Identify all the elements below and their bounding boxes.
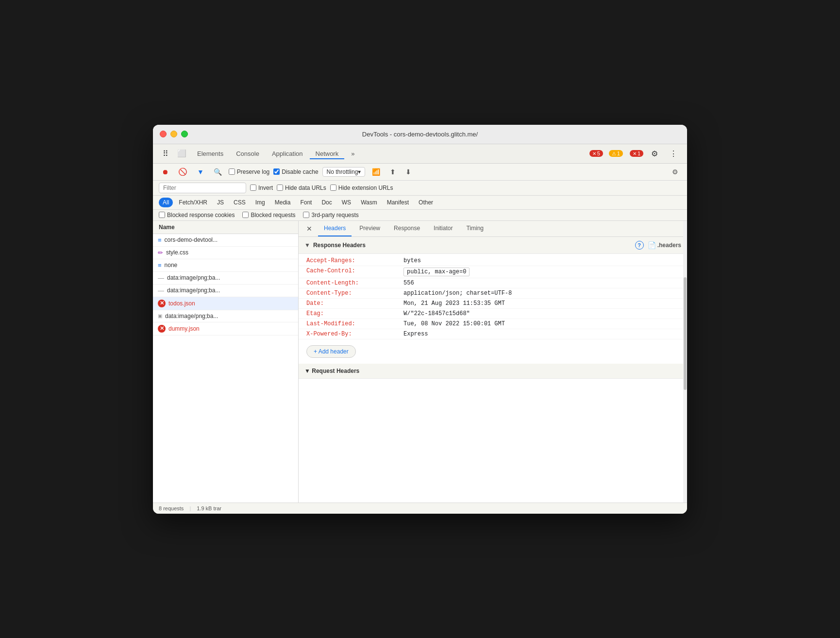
stop-recording-button[interactable]: ⏺ [159, 167, 171, 177]
file-doc-icon: 📄 [648, 241, 656, 249]
preserve-log-label[interactable]: Preserve log [229, 168, 269, 175]
blocked-requests-label[interactable]: Blocked requests [242, 212, 295, 218]
invert-checkbox[interactable] [250, 185, 256, 191]
type-filter-wasm[interactable]: Wasm [357, 198, 381, 207]
file-name: data:image/png;ba... [167, 274, 220, 281]
tab-elements[interactable]: Elements [191, 148, 229, 159]
settings-button[interactable]: ⚙ [647, 147, 662, 160]
minimize-button[interactable] [170, 131, 177, 137]
request-headers-section[interactable]: ▼ Request Headers [299, 364, 687, 379]
response-headers-section[interactable]: ▼ Response Headers ? 📄 .headers [299, 237, 687, 254]
more-options-button[interactable]: ⋮ [666, 147, 681, 160]
search-button[interactable]: 🔍 [211, 167, 225, 177]
cursor-icon: ⠿ [163, 149, 168, 158]
tab-response[interactable]: Response [388, 221, 426, 236]
blocked-requests-checkbox[interactable] [242, 212, 249, 218]
hide-data-urls-checkbox[interactable] [277, 185, 283, 191]
tab-initiator[interactable]: Initiator [428, 221, 458, 236]
disable-cache-label[interactable]: Disable cache [273, 168, 318, 175]
add-header-button[interactable]: + Add header [306, 345, 356, 358]
maximize-button[interactable] [181, 131, 188, 137]
header-value: application/json; charset=UTF-8 [403, 290, 679, 297]
error2-x-icon: ✕ [633, 151, 637, 156]
upload-icon: ⬆ [390, 168, 396, 176]
tab-network[interactable]: Network [310, 148, 345, 159]
blocked-cookies-label[interactable]: Blocked response cookies [159, 212, 235, 218]
hide-data-urls-label[interactable]: Hide data URLs [277, 185, 326, 191]
help-icon[interactable]: ? [635, 241, 644, 250]
third-party-checkbox[interactable] [303, 212, 309, 218]
third-party-label[interactable]: 3rd-party requests [303, 212, 358, 218]
list-item[interactable]: ≡ none [153, 259, 298, 272]
cursor-tool-button[interactable]: ⠿ [159, 147, 172, 160]
type-filter-other[interactable]: Other [415, 198, 437, 207]
header-row-date: Date: Mon, 21 Aug 2023 11:53:35 GMT [299, 299, 687, 309]
tab-headers[interactable]: Headers [318, 221, 352, 236]
type-filter-all[interactable]: All [159, 198, 173, 207]
type-filters: All Fetch/XHR JS CSS Img Media Font Doc … [153, 196, 687, 210]
status-divider: | [189, 505, 191, 511]
header-name: X-Powered-By: [306, 331, 403, 337]
wifi-button[interactable]: 📶 [369, 167, 383, 177]
tab-console[interactable]: Console [230, 148, 265, 159]
type-filter-ws[interactable]: WS [338, 198, 355, 207]
type-filter-img[interactable]: Img [252, 198, 269, 207]
invert-label[interactable]: Invert [250, 185, 273, 191]
header-name: Content-Length: [306, 280, 403, 286]
headers-file-link[interactable]: 📄 .headers [648, 241, 681, 249]
scrollbar-thumb[interactable] [684, 277, 687, 390]
list-item[interactable]: — data:image/png;ba... [153, 272, 298, 285]
clear-icon: 🚫 [178, 168, 187, 176]
file-name: data:image/png;ba... [167, 287, 220, 294]
list-item[interactable]: ✏ style.css [153, 247, 298, 259]
upload-button[interactable]: ⬆ [387, 167, 399, 177]
type-filter-fetch-xhr[interactable]: Fetch/XHR [175, 198, 211, 207]
header-name: Date: [306, 300, 403, 307]
clear-button[interactable]: 🚫 [175, 166, 190, 178]
type-filter-font[interactable]: Font [296, 198, 316, 207]
type-filter-manifest[interactable]: Manifest [383, 198, 413, 207]
tab-timing[interactable]: Timing [460, 221, 489, 236]
file-name: style.css [166, 249, 188, 256]
warning-badge: ⚠ 1 [609, 150, 623, 157]
list-item-todos-json[interactable]: ✕ todos.json [153, 297, 298, 310]
device-tool-button[interactable]: ⬜ [173, 147, 190, 160]
download-button[interactable]: ⬇ [403, 167, 414, 177]
style-icon: ✏ [158, 249, 163, 256]
list-item[interactable]: ▣ data:image/png;ba... [153, 310, 298, 322]
tab-application[interactable]: Application [266, 148, 309, 159]
hide-extension-urls-label[interactable]: Hide extension URLs [330, 185, 393, 191]
close-detail-button[interactable]: ✕ [302, 223, 316, 235]
hide-extension-urls-checkbox[interactable] [330, 185, 336, 191]
error-x-icon: ✕ [592, 151, 596, 156]
transfer-size: 1.9 kB trar [197, 505, 221, 511]
type-filter-css[interactable]: CSS [230, 198, 250, 207]
preserve-log-checkbox[interactable] [229, 168, 235, 175]
list-item[interactable]: — data:image/png;ba... [153, 285, 298, 297]
filter-bar: Invert Hide data URLs Hide extension URL… [153, 181, 687, 196]
network-toolbar: ⏺ 🚫 ▼ 🔍 Preserve log Disable cache No th… [153, 164, 687, 181]
type-filter-media[interactable]: Media [271, 198, 295, 207]
image-icon: — [158, 274, 164, 282]
tab-more[interactable]: » [345, 148, 360, 159]
filter-input[interactable] [159, 183, 246, 193]
image-icon: ▣ [158, 313, 162, 319]
tab-preview[interactable]: Preview [353, 221, 386, 236]
error-circle-icon: ✕ [158, 325, 166, 333]
header-name: Cache-Control: [306, 268, 403, 274]
filter-button[interactable]: ▼ [194, 167, 207, 177]
type-filter-doc[interactable]: Doc [318, 198, 336, 207]
type-filter-js[interactable]: JS [213, 198, 228, 207]
network-settings-button[interactable]: ⚙ [669, 167, 681, 177]
throttling-selector[interactable]: No throttling ▾ [322, 167, 366, 177]
disable-cache-checkbox[interactable] [273, 168, 280, 175]
list-item-dummy-json[interactable]: ✕ dummy.json [153, 322, 298, 336]
file-name: dummy.json [168, 325, 200, 332]
close-button[interactable] [160, 131, 167, 137]
blocked-cookies-checkbox[interactable] [159, 212, 165, 218]
file-name: data:image/png;ba... [165, 313, 218, 319]
list-item[interactable]: ≡ cors-demo-devtool... [153, 234, 298, 247]
file-list-header: Name [153, 221, 298, 234]
header-value: Tue, 08 Nov 2022 15:00:01 GMT [403, 320, 679, 327]
response-headers-title: Response Headers [313, 242, 366, 249]
